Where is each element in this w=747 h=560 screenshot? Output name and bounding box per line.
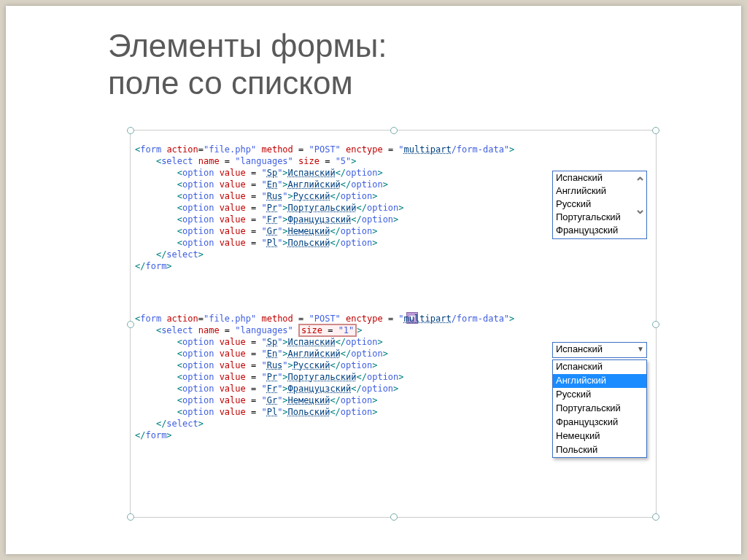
resize-handle[interactable] [390, 513, 398, 521]
dropdown-option[interactable]: Испанский [553, 360, 646, 374]
listbox-option[interactable]: Португальский [553, 211, 646, 224]
resize-handle[interactable] [652, 127, 659, 134]
code-example-1: <form action="file.php" method = "POST" … [135, 144, 514, 272]
dropdown-option[interactable]: Португальский [553, 402, 646, 416]
dropdown-option[interactable]: Русский [553, 388, 646, 402]
title-line-1: Элементы формы: [108, 28, 387, 63]
caret-down-icon: ▼ [637, 345, 644, 353]
listbox-size-5[interactable]: ИспанскийАнглийскийРусскийПортугальскийФ… [552, 171, 647, 239]
dropdown-option[interactable]: Английский [553, 374, 646, 388]
dropdown-open-list[interactable]: ИспанскийАнглийскийРусскийПортугальскийФ… [552, 359, 647, 458]
content-placeholder[interactable]: <form action="file.php" method = "POST" … [130, 130, 657, 518]
resize-handle[interactable] [127, 127, 134, 134]
dropdown-option[interactable]: Польский [553, 443, 646, 457]
resize-handle[interactable] [127, 513, 134, 521]
dropdown-size-1[interactable]: Испанский ▼ ИспанскийАнглийскийРусскийПо… [552, 342, 647, 458]
code-example-2: <form action="file.php" method = "POST" … [135, 313, 514, 441]
resize-handle[interactable] [390, 127, 398, 134]
listbox-option[interactable]: Русский [553, 198, 646, 211]
listbox-option[interactable]: Английский [553, 184, 646, 198]
listbox-option[interactable]: Француцзский [553, 224, 646, 237]
resize-handle[interactable] [652, 513, 659, 521]
slide: Элементы формы: поле со списком <form ac… [6, 6, 741, 554]
dropdown-selected-value: Испанский [556, 343, 603, 354]
resize-handle[interactable] [127, 321, 134, 328]
title-area: Элементы формы: поле со списком [108, 28, 712, 101]
dropdown-closed[interactable]: Испанский ▼ [552, 342, 647, 358]
resize-handle[interactable] [652, 321, 659, 328]
scroll-down-icon[interactable]: ⌄ [633, 198, 646, 220]
dropdown-option[interactable]: Француцзский [553, 416, 646, 429]
listbox-option[interactable]: Испанский [553, 171, 646, 184]
dropdown-option[interactable]: Немецкий [553, 429, 646, 443]
title-line-2: поле со списком [108, 65, 353, 101]
slide-title: Элементы формы: поле со списком [108, 28, 712, 101]
scroll-up-icon[interactable]: ⌃ [633, 171, 646, 193]
